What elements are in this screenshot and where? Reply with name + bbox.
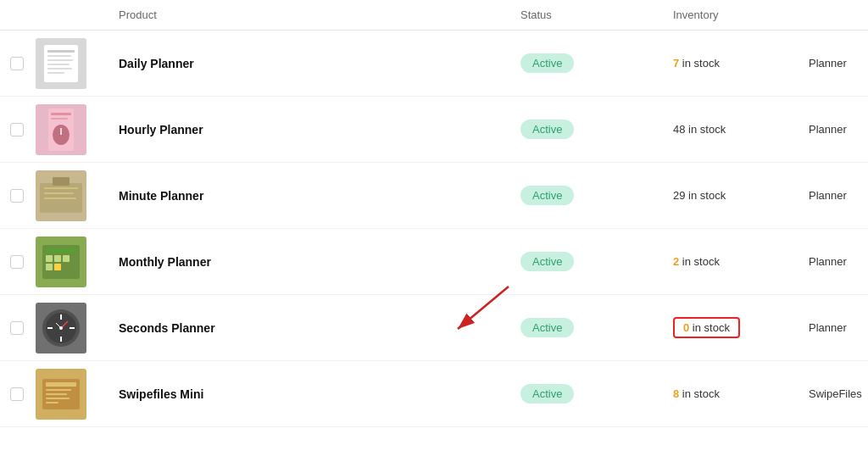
header-image [34,8,110,21]
header-product: Product [110,8,512,21]
svg-point-37 [59,326,63,330]
status-badge: Active [520,252,574,271]
svg-rect-17 [44,187,78,189]
product-image [34,301,88,355]
stock-suffix: in stock [679,57,720,70]
inventory-cell: 29 in stock [665,177,800,214]
stock-suffix: in stock [679,255,720,268]
inventory-cell: 8 in stock [665,376,800,412]
header-inventory: Inventory [665,8,800,21]
table-header: Product Status Inventory [0,0,868,31]
product-name: Seconds Planner [110,309,512,347]
inventory-cell: 48 in stock [665,111,800,148]
table-row-annotated: Seconds Planner Active 0 in stock Planne… [0,295,868,361]
product-image [34,235,88,289]
header-checkbox [0,8,34,21]
inventory-cell-annotated: 0 in stock [665,305,800,350]
stock-count: 29 [673,189,685,202]
svg-rect-16 [53,177,70,186]
inventory-type: Planner [800,243,868,280]
svg-rect-27 [54,264,61,270]
row-checkbox[interactable] [0,255,34,269]
inventory-type: Planner [800,177,868,214]
product-image [34,169,88,223]
svg-rect-44 [46,398,70,399]
table-row: Monthly Planner Active 2 in stock Planne… [0,229,868,295]
svg-rect-24 [54,255,61,262]
status-cell: Active [512,174,665,217]
status-badge: Active [520,120,574,139]
svg-rect-2 [47,50,75,53]
header-status: Status [512,8,665,21]
svg-rect-10 [51,113,71,115]
status-cell: Active [512,372,665,415]
product-image [34,103,88,157]
annotated-stock: 0 in stock [673,317,740,338]
inventory-type: SwipeFiles [800,376,868,412]
status-badge: Active [520,318,574,337]
product-image [34,367,88,421]
stock-suffix: in stock [689,321,730,334]
status-cell: Active [512,42,665,85]
checkbox-input[interactable] [10,387,24,401]
svg-rect-19 [44,198,76,199]
svg-rect-26 [46,264,53,270]
status-cell: Active [512,240,665,283]
product-name: Swipefiles Mini [110,376,512,413]
table-row: Swipefiles Mini Active 8 in stock SwipeF… [0,361,868,427]
status-badge: Active [520,186,574,205]
stock-suffix: in stock [679,387,720,400]
inventory-type: Planner [800,309,868,346]
svg-rect-43 [46,393,67,395]
table-row: Daily Planner Active 7 in stock Planner [0,31,868,97]
svg-rect-23 [46,255,53,262]
inventory-type: Planner [800,111,868,148]
svg-rect-42 [46,389,71,391]
status-cell: Active [512,306,665,349]
table-row: Minute Planner Active 29 in stock Planne… [0,163,868,229]
svg-rect-25 [63,255,70,262]
svg-rect-7 [47,72,64,74]
inventory-type: Planner [800,45,868,81]
svg-rect-18 [44,192,74,194]
product-name: Monthly Planner [110,243,512,281]
svg-rect-22 [46,248,76,253]
svg-rect-6 [47,68,72,70]
stock-count: 48 [673,123,685,136]
checkbox-input[interactable] [10,255,24,269]
status-badge: Active [520,53,574,73]
checkbox-input[interactable] [10,123,24,136]
row-checkbox[interactable] [0,321,34,335]
status-cell: Active [512,108,665,151]
svg-rect-41 [46,382,76,387]
checkbox-input[interactable] [10,57,24,70]
svg-rect-4 [47,59,73,61]
inventory-cell: 2 in stock [665,243,800,280]
product-name: Hourly Planner [110,111,512,148]
row-checkbox[interactable] [0,123,34,136]
checkbox-input[interactable] [10,189,24,203]
svg-rect-45 [46,402,58,404]
product-name: Minute Planner [110,177,512,214]
table-row: Hourly Planner Active 48 in stock Planne… [0,97,868,163]
stock-suffix: in stock [685,189,726,202]
svg-rect-11 [51,118,68,120]
svg-rect-5 [47,64,70,65]
svg-rect-3 [47,55,71,57]
product-image [34,36,88,91]
inventory-cell: 7 in stock [665,45,800,81]
product-table: Product Status Inventory Daily Planner A… [0,0,868,427]
product-name: Daily Planner [110,45,512,82]
header-type [800,8,868,21]
row-checkbox[interactable] [0,387,34,401]
row-checkbox[interactable] [0,57,34,70]
stock-suffix: in stock [685,123,726,136]
status-badge: Active [520,384,574,404]
checkbox-input[interactable] [10,321,24,335]
row-checkbox[interactable] [0,189,34,203]
